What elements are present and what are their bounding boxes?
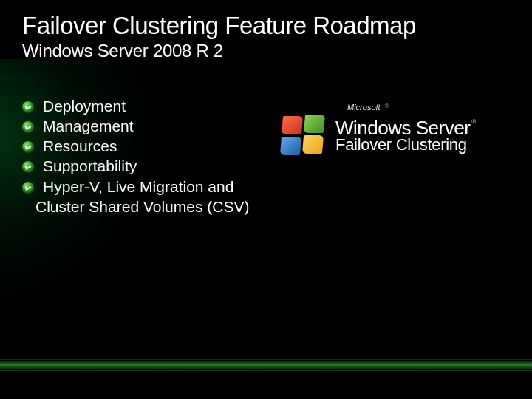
trademark: ®	[471, 118, 475, 125]
slide-title: Failover Clustering Feature Roadmap	[22, 13, 510, 39]
slide-subtitle: Windows Server 2008 R 2	[22, 41, 510, 61]
windows-server-text: Windows Server® Failover Clustering	[335, 119, 476, 152]
bullet-item: Deployment	[22, 97, 273, 116]
windows-server-line1: Windows Server®	[335, 119, 476, 137]
product-name: Failover Clustering	[335, 137, 476, 153]
bullet-text: Management	[43, 117, 134, 136]
bullet-text: Resources	[43, 137, 117, 156]
bullet-item: Resources	[22, 137, 273, 156]
bullet-item: Supportability	[22, 157, 273, 176]
registered-mark: ®	[385, 103, 389, 109]
bullet-text: Hyper-V, Live Migration and	[43, 177, 233, 197]
footer-divider	[0, 359, 532, 371]
flag-pane-green	[304, 115, 325, 133]
flag-pane-blue	[280, 137, 301, 155]
flag-pane-yellow	[302, 135, 324, 154]
bullet-icon	[22, 101, 34, 113]
bullet-item: Hyper-V, Live Migration and	[22, 177, 273, 197]
bullet-icon	[22, 182, 34, 194]
bullet-icon	[22, 161, 34, 173]
bullet-icon	[22, 121, 34, 133]
bullet-icon	[22, 141, 34, 153]
slide: Failover Clustering Feature Roadmap Wind…	[0, 0, 532, 399]
product-logo: Microsoft ® Windows Server® Failover Clu…	[281, 97, 517, 157]
bullet-list: Deployment Management Resources Supporta…	[22, 97, 273, 217]
bullet-text: Deployment	[43, 97, 126, 116]
flag-pane-red	[282, 116, 303, 134]
microsoft-text: Microsoft	[347, 103, 381, 112]
windows-server-row: Windows Server® Failover Clustering	[281, 115, 476, 157]
bullet-item: Management	[22, 117, 273, 136]
windows-flag-icon	[281, 115, 327, 157]
bullet-text: Supportability	[43, 157, 137, 176]
microsoft-label: Microsoft ®	[347, 103, 389, 112]
bullet-continuation: Cluster Shared Volumes (CSV)	[35, 197, 273, 216]
content-area: Deployment Management Resources Supporta…	[22, 97, 510, 217]
